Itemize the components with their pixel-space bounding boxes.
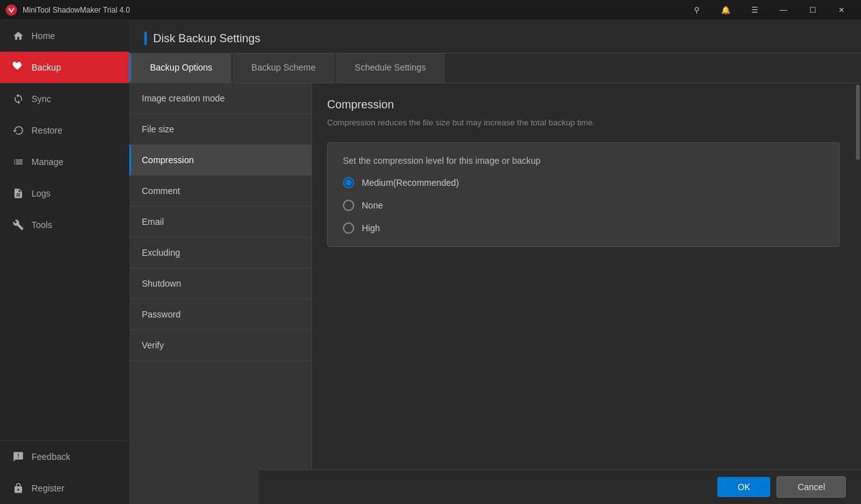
scrollbar[interactable]: [855, 83, 861, 504]
option-shutdown[interactable]: Shutdown: [129, 268, 311, 299]
sidebar-bottom: Feedback Register: [0, 440, 129, 504]
radio-high[interactable]: High: [343, 222, 824, 234]
register-icon: [13, 483, 24, 494]
restore-icon: [13, 125, 24, 136]
tab-schedule-settings[interactable]: Schedule Settings: [336, 54, 445, 83]
sidebar: Home Backup Sync Restore Manage Logs: [0, 20, 129, 504]
accent-bar: [144, 32, 147, 45]
tab-backup-scheme[interactable]: Backup Scheme: [233, 54, 335, 83]
scrollbar-thumb[interactable]: [856, 84, 860, 160]
cancel-button[interactable]: Cancel: [777, 476, 846, 498]
sidebar-item-feedback[interactable]: Feedback: [0, 441, 129, 472]
radio-outer-medium: [343, 177, 354, 188]
home-icon: [13, 30, 24, 42]
radio-outer-high: [343, 222, 354, 234]
option-verify[interactable]: Verify: [129, 330, 311, 361]
compression-radio-group: Medium(Recommended) None High: [343, 177, 824, 234]
sidebar-label-home: Home: [32, 31, 55, 41]
window-controls: ⚲ 🔔 ☰ — ☐ ✕: [682, 0, 856, 20]
radio-label-medium: Medium(Recommended): [362, 178, 459, 188]
ok-button[interactable]: OK: [717, 477, 770, 497]
sidebar-label-register: Register: [32, 483, 64, 493]
sidebar-label-backup: Backup: [32, 62, 61, 72]
maximize-button[interactable]: ☐: [798, 0, 827, 20]
option-compression[interactable]: Compression: [129, 145, 311, 176]
sidebar-label-restore: Restore: [32, 125, 62, 135]
minimize-button[interactable]: —: [769, 0, 798, 20]
option-email[interactable]: Email: [129, 207, 311, 238]
option-excluding[interactable]: Excluding: [129, 238, 311, 268]
sidebar-item-tools[interactable]: Tools: [0, 209, 129, 241]
main-content: Disk Backup Settings Backup Options Back…: [129, 20, 861, 504]
radio-inner-medium: [345, 180, 352, 186]
detail-panel: Compression Compression reduces the file…: [312, 83, 855, 504]
radio-label-high: High: [362, 223, 380, 233]
menu-button[interactable]: ☰: [740, 0, 769, 20]
logs-icon: [13, 188, 24, 199]
footer: OK Cancel: [258, 469, 861, 504]
sidebar-item-home[interactable]: Home: [0, 20, 129, 52]
sidebar-label-feedback: Feedback: [32, 452, 70, 462]
tools-icon: [13, 219, 24, 231]
tabs: Backup Options Backup Scheme Schedule Se…: [129, 54, 861, 83]
sidebar-item-manage[interactable]: Manage: [0, 146, 129, 178]
radio-none[interactable]: None: [343, 200, 824, 211]
notification-button[interactable]: 🔔: [711, 0, 740, 20]
radio-label-none: None: [362, 200, 383, 210]
radio-outer-none: [343, 200, 354, 211]
backup-icon: [13, 62, 24, 73]
compression-box: Set the compression level for this image…: [327, 142, 840, 247]
detail-subtitle: Compression reduces the file size but ma…: [327, 118, 840, 127]
page-title: Disk Backup Settings: [153, 32, 260, 45]
sync-icon: [13, 93, 24, 105]
app-title: MiniTool ShadowMaker Trial 4.0: [23, 6, 682, 14]
radio-medium[interactable]: Medium(Recommended): [343, 177, 824, 188]
option-file-size[interactable]: File size: [129, 114, 311, 145]
app-logo: [5, 4, 18, 16]
sidebar-item-sync[interactable]: Sync: [0, 83, 129, 115]
sidebar-label-manage: Manage: [32, 157, 64, 167]
sidebar-label-tools: Tools: [32, 220, 52, 230]
content-area: Image creation mode File size Compressio…: [129, 83, 861, 504]
titlebar: MiniTool ShadowMaker Trial 4.0 ⚲ 🔔 ☰ — ☐…: [0, 0, 861, 20]
sidebar-item-restore[interactable]: Restore: [0, 115, 129, 146]
option-comment[interactable]: Comment: [129, 176, 311, 207]
feedback-icon: [13, 451, 24, 462]
manage-icon: [13, 156, 24, 168]
option-image-creation-mode[interactable]: Image creation mode: [129, 83, 311, 114]
tab-backup-options[interactable]: Backup Options: [129, 54, 231, 83]
svg-point-0: [6, 4, 17, 16]
sidebar-label-logs: Logs: [32, 188, 50, 198]
detail-title: Compression: [327, 98, 840, 112]
pin-button[interactable]: ⚲: [682, 0, 711, 20]
close-button[interactable]: ✕: [827, 0, 856, 20]
sidebar-item-register[interactable]: Register: [0, 472, 129, 504]
compression-level-label: Set the compression level for this image…: [343, 156, 824, 166]
page-header: Disk Backup Settings: [129, 20, 861, 54]
sidebar-label-sync: Sync: [32, 94, 51, 104]
sidebar-item-backup[interactable]: Backup: [0, 52, 129, 83]
option-password[interactable]: Password: [129, 299, 311, 330]
sidebar-item-logs[interactable]: Logs: [0, 178, 129, 209]
options-list: Image creation mode File size Compressio…: [129, 83, 312, 504]
